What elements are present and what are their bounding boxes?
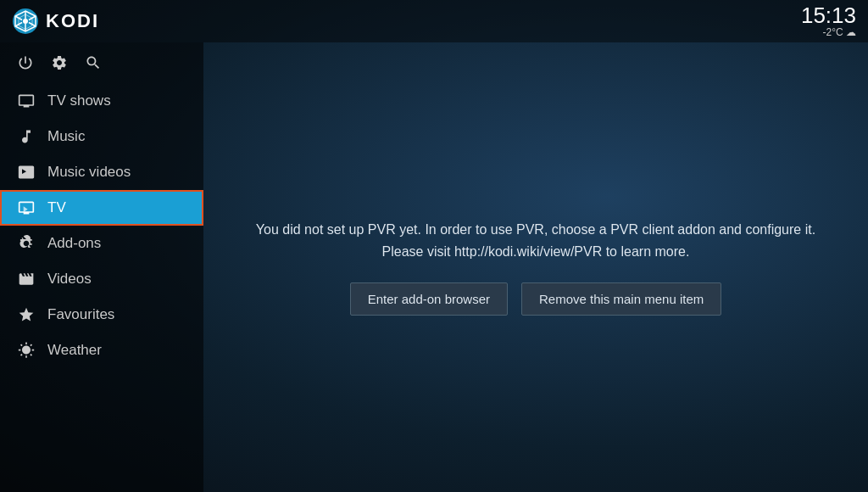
tv-label: TV [47,199,66,216]
enter-addon-browser-button[interactable]: Enter add-on browser [350,282,508,316]
sidebar-item-tv-shows[interactable]: TV shows [0,83,203,119]
weather-icon [17,342,36,359]
settings-button[interactable] [51,54,68,71]
power-icon [17,54,34,71]
sidebar-item-music[interactable]: Music [0,119,203,154]
tv-shows-label: TV shows [47,92,111,109]
favourites-label: Favourites [47,306,114,323]
svg-point-3 [23,19,28,24]
weather-display: -2°C ☁ [823,26,856,38]
app-title: KODI [46,10,99,32]
main-content: You did not set up PVR yet. In order to … [203,42,868,492]
sidebar-icon-row [0,46,203,83]
sidebar-item-tv[interactable]: TV [0,190,203,226]
sidebar: TV shows Music Music videos TV [0,42,203,492]
sidebar-item-weather[interactable]: Weather [0,333,203,368]
sidebar-item-favourites[interactable]: Favourites [0,297,203,333]
power-button[interactable] [17,54,34,71]
pvr-buttons: Enter add-on browser Remove this main me… [350,282,722,316]
music-icon [17,128,36,145]
clock-display: 15:13 [801,4,856,26]
videos-icon [17,271,36,288]
app-wrapper: KODI 15:13 -2°C ☁ [0,0,868,492]
sidebar-item-add-ons[interactable]: Add-ons [0,226,203,261]
pvr-dialog: You did not set up PVR yet. In order to … [256,219,815,316]
top-right-info: 15:13 -2°C ☁ [801,4,856,38]
top-bar: KODI 15:13 -2°C ☁ [0,0,868,42]
gear-icon [51,54,68,71]
kodi-logo-icon [12,8,39,35]
sidebar-item-videos[interactable]: Videos [0,261,203,297]
star-icon [17,306,36,323]
videos-label: Videos [47,271,92,288]
pvr-message-line2: Please visit http://kodi.wiki/view/PVR t… [382,244,690,259]
music-videos-label: Music videos [47,164,131,181]
body-area: TV shows Music Music videos TV [0,42,868,492]
pvr-message: You did not set up PVR yet. In order to … [256,219,815,262]
music-label: Music [47,128,85,145]
logo-area: KODI [12,8,99,35]
pvr-message-line1: You did not set up PVR yet. In order to … [256,222,815,237]
weather-label: Weather [47,342,102,359]
add-ons-label: Add-ons [47,235,101,252]
search-button[interactable] [85,54,102,71]
remove-menu-item-button[interactable]: Remove this main menu item [521,282,721,316]
music-videos-icon [17,164,36,181]
sidebar-item-music-videos[interactable]: Music videos [0,154,203,190]
search-icon [85,54,102,71]
addon-icon [17,235,36,252]
tv-live-icon [17,199,36,216]
tv-shows-icon [17,92,36,109]
